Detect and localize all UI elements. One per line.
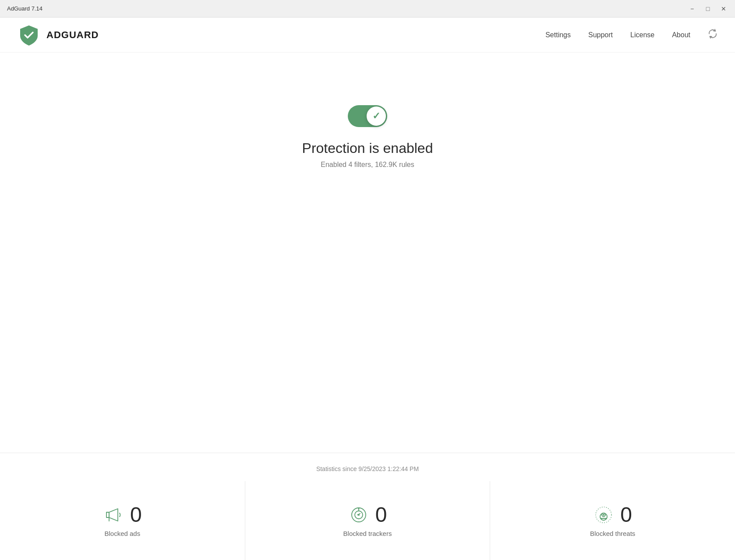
adguard-logo-icon xyxy=(18,24,40,46)
blocked-trackers-count: 0 xyxy=(375,504,387,525)
biohazard-icon xyxy=(593,504,614,525)
stats-section: Statistics since 9/25/2023 1:22:44 PM 0 … xyxy=(0,453,735,560)
about-nav[interactable]: About xyxy=(672,31,690,39)
titlebar: AdGuard 7.14 − □ ✕ xyxy=(0,0,735,18)
maximize-button[interactable]: □ xyxy=(703,4,712,13)
blocked-trackers-label: Blocked trackers xyxy=(343,530,392,537)
nav-area: Settings Support License About xyxy=(545,29,717,41)
blocked-threats-label: Blocked threats xyxy=(590,530,635,537)
blocked-ads-row: 0 xyxy=(103,504,142,525)
protection-status-title: Protection is enabled xyxy=(302,140,433,156)
settings-nav[interactable]: Settings xyxy=(545,31,571,39)
svg-point-4 xyxy=(358,508,359,509)
logo-area: ADGUARD xyxy=(18,24,99,46)
blocked-ads-card: 0 Blocked ads xyxy=(0,481,245,560)
blocked-ads-label: Blocked ads xyxy=(104,530,140,537)
protection-toggle[interactable]: ✓ xyxy=(348,105,387,127)
toggle-container: ✓ xyxy=(348,105,387,127)
blocked-threats-card: 0 Blocked threats xyxy=(490,481,735,560)
tracker-icon xyxy=(348,504,369,525)
titlebar-controls: − □ ✕ xyxy=(688,4,728,13)
blocked-trackers-row: 0 xyxy=(348,504,387,525)
stats-cards: 0 Blocked ads 0 Blocked trackers xyxy=(0,481,735,560)
license-nav[interactable]: License xyxy=(630,31,654,39)
filter-info: Enabled 4 filters, 162.9K rules xyxy=(321,161,414,169)
checkmark-icon: ✓ xyxy=(372,110,380,122)
header: ADGUARD Settings Support License About xyxy=(0,18,735,53)
close-button[interactable]: ✕ xyxy=(719,4,728,13)
svg-point-6 xyxy=(603,514,604,516)
blocked-trackers-card: 0 Blocked trackers xyxy=(245,481,491,560)
refresh-icon xyxy=(708,29,717,39)
minimize-button[interactable]: − xyxy=(688,4,696,13)
logo-text: ADGUARD xyxy=(46,29,99,41)
stats-since: Statistics since 9/25/2023 1:22:44 PM xyxy=(0,453,735,481)
toggle-knob: ✓ xyxy=(367,106,386,126)
megaphone-icon xyxy=(103,504,124,525)
blocked-threats-row: 0 xyxy=(593,504,632,525)
blocked-threats-count: 0 xyxy=(620,504,632,525)
main-content: ✓ Protection is enabled Enabled 4 filter… xyxy=(0,53,735,169)
support-nav[interactable]: Support xyxy=(588,31,613,39)
refresh-button[interactable] xyxy=(708,29,717,41)
blocked-ads-count: 0 xyxy=(130,504,142,525)
svg-point-3 xyxy=(358,514,360,516)
titlebar-title: AdGuard 7.14 xyxy=(7,5,42,12)
